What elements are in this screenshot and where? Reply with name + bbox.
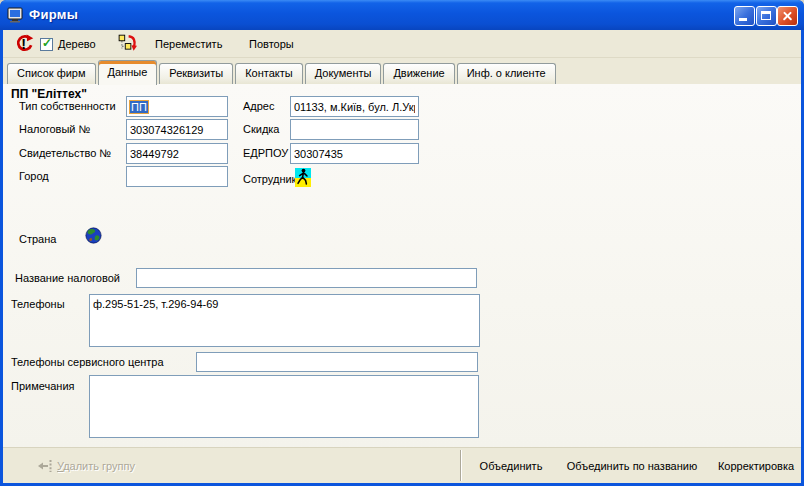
phones-textarea[interactable]: ф.295-51-25, т.296-94-69 — [89, 294, 480, 347]
tax-number-input[interactable] — [126, 119, 228, 140]
tab-movement[interactable]: Движение — [383, 63, 454, 84]
edrpou-label: ЕДРПОУ — [243, 147, 288, 159]
correction-button-label: Корректировка — [718, 460, 794, 472]
toolbar: ! Дерево Переместить — [3, 30, 801, 58]
app-icon — [7, 7, 25, 23]
tax-office-input[interactable] — [136, 268, 477, 288]
tab-firm-list[interactable]: Список фирм — [7, 63, 96, 84]
address-label: Адрес — [243, 100, 275, 112]
employee-picker[interactable] — [295, 168, 311, 187]
tree-move-button[interactable] — [118, 30, 137, 58]
merge-by-name-button-label: Объединить по названию — [567, 460, 697, 472]
discount-input[interactable] — [290, 119, 419, 140]
move-button-label: Переместить — [155, 38, 222, 50]
delete-group-icon — [37, 458, 53, 474]
tab-data[interactable]: Данные — [98, 60, 158, 85]
tree-move-icon — [118, 34, 137, 54]
tab-bar: Список фирм Данные Реквизиты Контакты До… — [3, 58, 801, 84]
city-input[interactable] — [126, 166, 228, 187]
move-button[interactable]: Переместить — [149, 30, 228, 58]
globe-icon[interactable] — [85, 227, 102, 244]
city-label: Город — [19, 170, 49, 182]
minimize-icon — [739, 18, 747, 21]
maximize-button[interactable] — [756, 6, 777, 26]
refresh-icon: ! — [15, 34, 34, 55]
walking-person-icon — [296, 168, 310, 187]
bottom-bar-separator — [460, 450, 462, 481]
tree-checkbox[interactable] — [40, 38, 53, 51]
minimize-button[interactable] — [734, 6, 755, 26]
merge-button-label: Объединить — [480, 460, 543, 472]
refresh-button[interactable]: ! — [15, 30, 34, 58]
notes-label: Примечания — [11, 380, 75, 392]
tab-documents[interactable]: Документы — [305, 63, 382, 84]
merge-by-name-button[interactable]: Объединить по названию — [559, 455, 705, 477]
app-window: Фирмы ! Дерево — [0, 0, 804, 486]
repeats-button-label: Повторы — [249, 38, 294, 50]
delete-group-label: Удалить группу — [57, 460, 135, 472]
country-label: Страна — [19, 233, 56, 245]
company-title: ПП "Еліттех" — [11, 87, 87, 101]
repeats-button[interactable]: Повторы — [243, 30, 300, 58]
phones-label: Телефоны — [11, 298, 65, 310]
service-phones-input[interactable] — [196, 352, 478, 372]
tab-contacts[interactable]: Контакты — [235, 63, 303, 84]
merge-button[interactable]: Объединить — [471, 455, 551, 477]
maximize-icon — [761, 11, 771, 20]
edrpou-input[interactable] — [290, 143, 419, 164]
address-input[interactable] — [290, 96, 419, 117]
ownership-label: Тип собственности — [19, 100, 116, 112]
tax-office-label: Название налоговой — [15, 272, 120, 284]
tree-toggle[interactable]: Дерево — [40, 30, 96, 58]
bottom-toolbar: Удалить группу Объединить Объединить по … — [3, 447, 801, 483]
titlebar[interactable]: Фирмы — [0, 0, 804, 30]
tab-requisites[interactable]: Реквизиты — [159, 63, 233, 84]
tax-number-label: Налоговый № — [19, 123, 90, 135]
window-title: Фирмы — [29, 7, 78, 22]
delete-group-button[interactable]: Удалить группу — [33, 455, 139, 477]
employee-label: Сотрудник — [243, 173, 296, 185]
notes-textarea[interactable] — [89, 375, 479, 438]
ownership-selected-text: ПП — [130, 101, 148, 113]
svg-text:!: ! — [21, 35, 26, 51]
service-phones-label: Телефоны сервисного центра — [11, 356, 164, 368]
tab-client-info[interactable]: Инф. о клиенте — [457, 63, 556, 84]
correction-button[interactable]: Корректировка — [709, 455, 803, 477]
certificate-input[interactable] — [126, 143, 228, 164]
certificate-label: Свидетельство № — [19, 147, 111, 159]
tree-checkbox-label: Дерево — [58, 38, 96, 50]
ownership-input[interactable]: ПП — [126, 96, 228, 117]
data-tab-page: ПП "Еліттех" Тип собственности Налоговый… — [3, 84, 801, 447]
close-button[interactable] — [777, 6, 798, 26]
discount-label: Скидка — [243, 123, 280, 135]
